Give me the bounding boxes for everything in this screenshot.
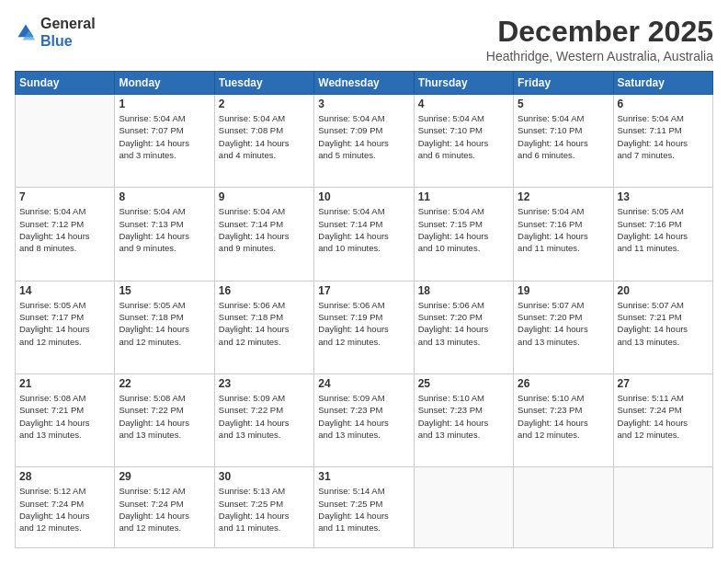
page: General Blue December 2025 Heathridge, W… <box>0 0 728 563</box>
col-sunday: Sunday <box>16 72 115 95</box>
day-number: 7 <box>19 190 110 203</box>
col-saturday: Saturday <box>613 72 712 95</box>
day-number: 11 <box>418 190 509 203</box>
header: General Blue December 2025 Heathridge, W… <box>15 15 713 63</box>
day-number: 9 <box>219 190 310 203</box>
col-friday: Friday <box>514 72 613 95</box>
day-number: 23 <box>219 377 310 390</box>
day-number: 18 <box>418 284 509 297</box>
day-number: 3 <box>318 98 409 110</box>
table-row <box>414 467 513 548</box>
day-info: Sunrise: 5:12 AM Sunset: 7:24 PM Dayligh… <box>119 485 210 534</box>
day-info: Sunrise: 5:06 AM Sunset: 7:19 PM Dayligh… <box>318 299 409 348</box>
day-info: Sunrise: 5:04 AM Sunset: 7:14 PM Dayligh… <box>318 205 409 254</box>
table-row: 19Sunrise: 5:07 AM Sunset: 7:20 PM Dayli… <box>514 281 613 373</box>
logo-text: General Blue <box>40 15 96 50</box>
day-number: 2 <box>219 98 310 110</box>
day-number: 28 <box>19 470 110 483</box>
table-row: 7Sunrise: 5:04 AM Sunset: 7:12 PM Daylig… <box>16 188 115 281</box>
table-row: 28Sunrise: 5:12 AM Sunset: 7:24 PM Dayli… <box>16 467 115 548</box>
day-info: Sunrise: 5:10 AM Sunset: 7:23 PM Dayligh… <box>418 392 509 441</box>
table-row: 3Sunrise: 5:04 AM Sunset: 7:09 PM Daylig… <box>314 95 414 188</box>
calendar-week-row: 28Sunrise: 5:12 AM Sunset: 7:24 PM Dayli… <box>16 467 713 548</box>
day-info: Sunrise: 5:04 AM Sunset: 7:08 PM Dayligh… <box>219 112 310 161</box>
table-row: 26Sunrise: 5:10 AM Sunset: 7:23 PM Dayli… <box>514 373 613 466</box>
table-row: 2Sunrise: 5:04 AM Sunset: 7:08 PM Daylig… <box>214 95 313 188</box>
day-info: Sunrise: 5:05 AM Sunset: 7:16 PM Dayligh… <box>618 205 709 254</box>
day-number: 8 <box>119 190 210 203</box>
day-info: Sunrise: 5:06 AM Sunset: 7:18 PM Dayligh… <box>219 299 310 348</box>
calendar-header-row: Sunday Monday Tuesday Wednesday Thursday… <box>16 72 713 95</box>
day-info: Sunrise: 5:10 AM Sunset: 7:23 PM Dayligh… <box>518 392 609 441</box>
day-number: 5 <box>518 98 609 110</box>
logo-icon <box>15 21 37 43</box>
calendar-table: Sunday Monday Tuesday Wednesday Thursday… <box>15 71 713 548</box>
table-row: 24Sunrise: 5:09 AM Sunset: 7:23 PM Dayli… <box>314 373 414 466</box>
title-block: December 2025 Heathridge, Western Austra… <box>486 15 713 63</box>
day-info: Sunrise: 5:06 AM Sunset: 7:20 PM Dayligh… <box>418 299 509 348</box>
table-row: 27Sunrise: 5:11 AM Sunset: 7:24 PM Dayli… <box>613 373 712 466</box>
table-row: 15Sunrise: 5:05 AM Sunset: 7:18 PM Dayli… <box>115 281 214 373</box>
day-number: 6 <box>618 98 709 110</box>
table-row: 4Sunrise: 5:04 AM Sunset: 7:10 PM Daylig… <box>414 95 513 188</box>
day-number: 19 <box>518 284 609 297</box>
table-row: 6Sunrise: 5:04 AM Sunset: 7:11 PM Daylig… <box>613 95 712 188</box>
col-monday: Monday <box>115 72 214 95</box>
logo-blue: Blue <box>40 33 73 49</box>
day-number: 26 <box>518 377 609 390</box>
table-row: 14Sunrise: 5:05 AM Sunset: 7:17 PM Dayli… <box>16 281 115 373</box>
day-info: Sunrise: 5:05 AM Sunset: 7:17 PM Dayligh… <box>19 299 110 348</box>
day-number: 25 <box>418 377 509 390</box>
day-info: Sunrise: 5:04 AM Sunset: 7:16 PM Dayligh… <box>518 205 609 254</box>
day-number: 24 <box>318 377 409 390</box>
day-number: 16 <box>219 284 310 297</box>
table-row: 29Sunrise: 5:12 AM Sunset: 7:24 PM Dayli… <box>115 467 214 548</box>
day-number: 4 <box>418 98 509 110</box>
day-info: Sunrise: 5:07 AM Sunset: 7:20 PM Dayligh… <box>518 299 609 348</box>
day-number: 17 <box>318 284 409 297</box>
table-row <box>16 95 115 188</box>
day-number: 20 <box>618 284 709 297</box>
day-info: Sunrise: 5:09 AM Sunset: 7:22 PM Dayligh… <box>219 392 310 441</box>
location-subtitle: Heathridge, Western Australia, Australia <box>486 49 713 63</box>
day-info: Sunrise: 5:07 AM Sunset: 7:21 PM Dayligh… <box>618 299 709 348</box>
col-thursday: Thursday <box>414 72 513 95</box>
day-info: Sunrise: 5:04 AM Sunset: 7:14 PM Dayligh… <box>219 205 310 254</box>
day-number: 1 <box>119 98 210 110</box>
calendar-week-row: 7Sunrise: 5:04 AM Sunset: 7:12 PM Daylig… <box>16 188 713 281</box>
day-info: Sunrise: 5:14 AM Sunset: 7:25 PM Dayligh… <box>318 485 409 534</box>
table-row: 18Sunrise: 5:06 AM Sunset: 7:20 PM Dayli… <box>414 281 513 373</box>
day-info: Sunrise: 5:04 AM Sunset: 7:13 PM Dayligh… <box>119 205 210 254</box>
month-title: December 2025 <box>486 15 713 49</box>
table-row: 21Sunrise: 5:08 AM Sunset: 7:21 PM Dayli… <box>16 373 115 466</box>
day-info: Sunrise: 5:08 AM Sunset: 7:21 PM Dayligh… <box>19 392 110 441</box>
col-wednesday: Wednesday <box>314 72 414 95</box>
day-info: Sunrise: 5:12 AM Sunset: 7:24 PM Dayligh… <box>19 485 110 534</box>
day-info: Sunrise: 5:05 AM Sunset: 7:18 PM Dayligh… <box>119 299 210 348</box>
table-row: 22Sunrise: 5:08 AM Sunset: 7:22 PM Dayli… <box>115 373 214 466</box>
calendar-week-row: 1Sunrise: 5:04 AM Sunset: 7:07 PM Daylig… <box>16 95 713 188</box>
day-info: Sunrise: 5:13 AM Sunset: 7:25 PM Dayligh… <box>219 485 310 534</box>
table-row: 30Sunrise: 5:13 AM Sunset: 7:25 PM Dayli… <box>214 467 313 548</box>
logo: General Blue <box>15 15 96 50</box>
day-info: Sunrise: 5:04 AM Sunset: 7:15 PM Dayligh… <box>418 205 509 254</box>
calendar-week-row: 21Sunrise: 5:08 AM Sunset: 7:21 PM Dayli… <box>16 373 713 466</box>
col-tuesday: Tuesday <box>214 72 313 95</box>
day-info: Sunrise: 5:11 AM Sunset: 7:24 PM Dayligh… <box>618 392 709 441</box>
day-info: Sunrise: 5:04 AM Sunset: 7:09 PM Dayligh… <box>318 112 409 161</box>
table-row <box>514 467 613 548</box>
table-row: 12Sunrise: 5:04 AM Sunset: 7:16 PM Dayli… <box>514 188 613 281</box>
day-number: 30 <box>219 470 310 483</box>
calendar-week-row: 14Sunrise: 5:05 AM Sunset: 7:17 PM Dayli… <box>16 281 713 373</box>
table-row: 8Sunrise: 5:04 AM Sunset: 7:13 PM Daylig… <box>115 188 214 281</box>
day-number: 12 <box>518 190 609 203</box>
table-row: 5Sunrise: 5:04 AM Sunset: 7:10 PM Daylig… <box>514 95 613 188</box>
day-info: Sunrise: 5:04 AM Sunset: 7:10 PM Dayligh… <box>518 112 609 161</box>
table-row: 13Sunrise: 5:05 AM Sunset: 7:16 PM Dayli… <box>613 188 712 281</box>
day-number: 27 <box>618 377 709 390</box>
day-number: 14 <box>19 284 110 297</box>
day-number: 13 <box>618 190 709 203</box>
day-info: Sunrise: 5:04 AM Sunset: 7:10 PM Dayligh… <box>418 112 509 161</box>
day-info: Sunrise: 5:04 AM Sunset: 7:11 PM Dayligh… <box>618 112 709 161</box>
day-number: 15 <box>119 284 210 297</box>
